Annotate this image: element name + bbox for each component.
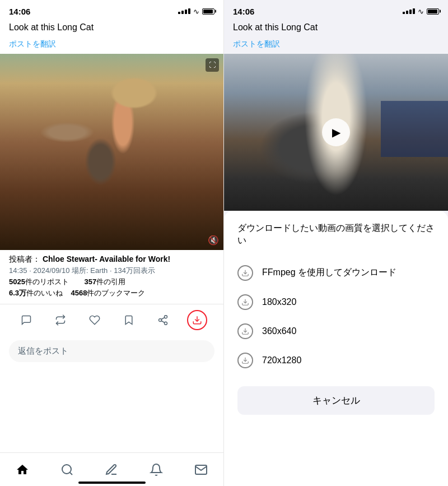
download-option-360[interactable]: 360x640 — [237, 317, 435, 346]
reply-button[interactable] — [16, 310, 36, 330]
download-icon-720 — [237, 353, 253, 368]
tweet-meta: 投稿者： Chloe Stewart- Available for Work! … — [0, 250, 223, 302]
play-button[interactable]: ▶ — [322, 118, 350, 146]
left-tweet-header: Look at this Long Cat — [0, 20, 223, 37]
download-sheet: ダウンロードしたい動画の画質を選択してください FFmpeg を使用してダウンロ… — [224, 211, 448, 486]
svg-line-3 — [161, 321, 165, 322]
author-label: 投稿者： — [9, 254, 40, 263]
left-panel: 14:06 ∿ Look at this Long Cat ポストを翻訳 ⛶ 🔇… — [0, 0, 224, 486]
battery-icon — [202, 8, 214, 15]
right-tweet-header: Look at this Long Cat — [224, 20, 448, 37]
right-battery-icon — [427, 8, 439, 15]
repost-count: 5025件のリポスト — [9, 277, 76, 286]
share-button[interactable] — [153, 310, 173, 330]
right-tweet-title: Look at this Long Cat — [233, 22, 318, 32]
left-translate-link[interactable]: ポストを翻訳 — [0, 37, 223, 54]
tweet-likes-stats: 6.3万件のいいね 4568件のブックマーク — [9, 288, 214, 298]
tweet-timestamp: 14:35 · 2024/09/10 場所: Earth · 134万回表示 — [9, 266, 214, 276]
reply-input[interactable]: 返信をポスト — [9, 340, 214, 362]
download-button[interactable] — [187, 310, 207, 330]
quote-count: 357件の引用 — [85, 277, 133, 286]
download-option-720[interactable]: 720x1280 — [237, 346, 435, 375]
left-tweet-image: ⛶ 🔇 — [0, 54, 223, 250]
wifi-icon: ∿ — [193, 7, 199, 16]
cancel-button[interactable]: キャンセル — [237, 386, 435, 415]
image-expand-icon[interactable]: ⛶ — [206, 58, 219, 72]
tweet-repost-stats: 5025件のリポスト 357件の引用 — [9, 277, 214, 287]
download-icon-180 — [237, 294, 253, 310]
author-name: Chloe Stewart- Available for Work! — [43, 254, 170, 263]
svg-line-4 — [161, 317, 165, 319]
download-label-ffmpeg: FFmpeg を使用してダウンロード — [262, 267, 396, 279]
svg-point-6 — [62, 465, 71, 474]
left-status-bar: 14:06 ∿ — [0, 0, 223, 20]
tweet-author: 投稿者： Chloe Stewart- Available for Work! — [9, 254, 214, 265]
action-bar — [0, 304, 223, 336]
right-wifi-icon: ∿ — [418, 7, 424, 16]
download-icon-360 — [237, 323, 253, 339]
bottom-nav — [0, 452, 223, 486]
volume-icon[interactable]: 🔇 — [208, 235, 219, 246]
nav-home[interactable] — [11, 459, 34, 481]
nav-search[interactable] — [56, 459, 78, 481]
bg-computers — [381, 101, 448, 157]
bookmark-button[interactable] — [119, 310, 139, 330]
right-tweet-video: ▶ — [224, 54, 448, 211]
download-label-720: 720x1280 — [262, 355, 301, 365]
nav-messages[interactable] — [190, 459, 212, 481]
cat-image — [0, 54, 223, 250]
sheet-title: ダウンロードしたい動画の画質を選択してください — [237, 222, 435, 247]
download-option-ffmpeg[interactable]: FFmpeg を使用してダウンロード — [237, 258, 435, 288]
download-label-360: 360x640 — [262, 326, 296, 336]
right-status-bar: 14:06 ∿ — [224, 0, 448, 20]
nav-notifications[interactable] — [145, 459, 167, 481]
home-indicator — [78, 482, 146, 484]
left-tweet-title: Look at this Long Cat — [9, 22, 94, 32]
download-label-180: 180x320 — [262, 297, 296, 307]
right-status-icons: ∿ — [403, 7, 439, 16]
svg-line-7 — [69, 472, 72, 474]
svg-point-2 — [165, 322, 167, 325]
download-icon-ffmpeg — [237, 265, 253, 281]
left-time: 14:06 — [9, 7, 30, 16]
right-panel: 14:06 ∿ Look at this Long Cat ポストを翻訳 ▶ ダ… — [224, 0, 448, 486]
svg-point-0 — [165, 316, 167, 318]
nav-compose[interactable] — [100, 459, 123, 481]
right-translate-link[interactable]: ポストを翻訳 — [224, 37, 448, 54]
right-time: 14:06 — [233, 7, 254, 16]
reply-placeholder: 返信をポスト — [18, 346, 68, 355]
retweet-button[interactable] — [50, 310, 71, 330]
download-option-180[interactable]: 180x320 — [237, 288, 435, 317]
left-status-icons: ∿ — [178, 7, 214, 16]
like-button[interactable] — [85, 310, 105, 330]
signal-icon — [178, 8, 190, 14]
svg-point-1 — [159, 319, 162, 322]
right-signal-icon — [403, 8, 415, 14]
